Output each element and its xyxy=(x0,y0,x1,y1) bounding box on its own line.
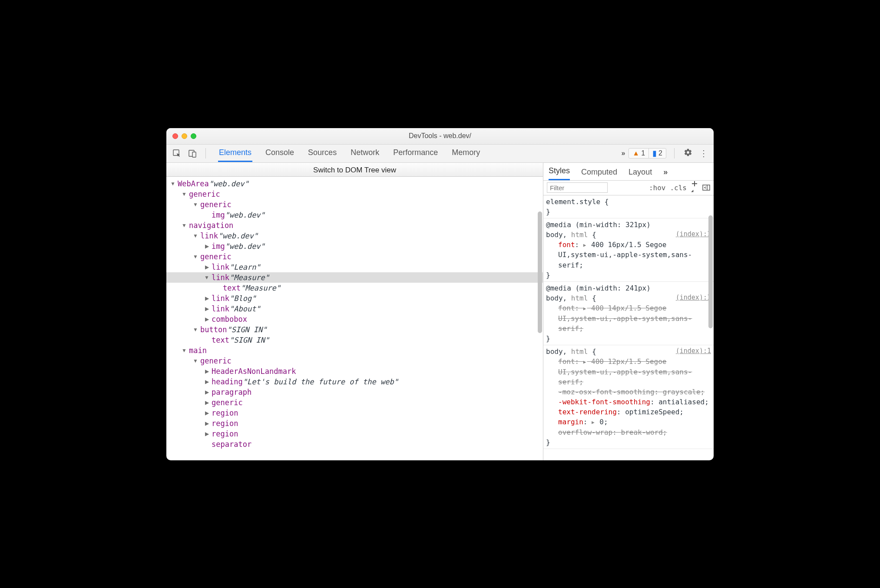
tree-row[interactable]: img "web.dev" xyxy=(166,210,543,220)
selector: (index):1body, html { xyxy=(546,347,711,357)
close-brace: } xyxy=(546,437,711,447)
tab-console[interactable]: Console xyxy=(265,145,295,162)
disclosure-arrow-icon[interactable] xyxy=(192,254,198,260)
disclosure-arrow-icon[interactable] xyxy=(170,181,176,187)
styles-filter-input[interactable] xyxy=(547,182,608,193)
tab-sources[interactable]: Sources xyxy=(307,145,337,162)
tree-row[interactable]: text "Measure" xyxy=(166,283,543,293)
disclosure-arrow-icon[interactable] xyxy=(204,368,210,374)
tree-row[interactable]: paragraph xyxy=(166,387,543,397)
settings-gear-icon[interactable] xyxy=(682,148,694,159)
disclosure-arrow-icon[interactable] xyxy=(181,347,187,353)
css-property[interactable]: font: ▶ 400 14px/1.5 Segoe UI,system-ui,… xyxy=(546,303,711,334)
disclosure-arrow-icon[interactable] xyxy=(204,264,210,270)
tree-row[interactable]: generic xyxy=(166,199,543,210)
tree-row[interactable]: navigation xyxy=(166,220,543,231)
css-property[interactable]: text-rendering: optimizeSpeed; xyxy=(546,407,711,417)
tree-role: navigation xyxy=(189,221,233,230)
tree-row[interactable]: region xyxy=(166,429,543,439)
css-property[interactable]: font: ▶ 400 12px/1.5 Segoe UI,system-ui,… xyxy=(546,357,711,387)
tree-row[interactable]: main xyxy=(166,345,543,356)
tree-row[interactable]: button "SIGN IN" xyxy=(166,324,543,335)
disclosure-arrow-icon[interactable] xyxy=(204,306,210,312)
hov-toggle[interactable]: :hov xyxy=(649,184,666,192)
style-rule[interactable]: element.style {} xyxy=(543,195,714,218)
disclosure-arrow-icon[interactable] xyxy=(204,389,210,395)
accessibility-tree[interactable]: WebArea "web.dev"genericgenericimg "web.… xyxy=(166,177,543,460)
more-tabs-button[interactable]: » xyxy=(621,149,625,157)
tab-memory[interactable]: Memory xyxy=(451,145,481,162)
tree-row[interactable]: separator xyxy=(166,439,543,449)
tree-row[interactable]: HeaderAsNonLandmark xyxy=(166,366,543,377)
tree-row[interactable]: link "Blog" xyxy=(166,293,543,304)
disclosure-arrow-icon[interactable] xyxy=(192,233,198,239)
disclosure-arrow-icon[interactable] xyxy=(204,379,210,385)
tree-row[interactable]: generic xyxy=(166,356,543,366)
toggle-computed-panel-icon[interactable] xyxy=(702,185,710,191)
tree-row[interactable]: link "About" xyxy=(166,304,543,314)
source-link[interactable]: (index):1 xyxy=(676,347,711,356)
disclosure-arrow-icon[interactable] xyxy=(192,327,198,333)
disclosure-arrow-icon[interactable] xyxy=(204,243,210,249)
tree-row[interactable]: link "Measure" xyxy=(166,272,543,283)
source-link[interactable]: (index):1 xyxy=(676,230,711,239)
new-style-rule-icon[interactable]: ◢ xyxy=(691,180,698,195)
tree-row[interactable]: region xyxy=(166,408,543,418)
tree-row[interactable]: heading "Let's build the future of the w… xyxy=(166,377,543,387)
tree-row[interactable]: link "Learn" xyxy=(166,262,543,272)
disclosure-arrow-icon[interactable] xyxy=(204,316,210,322)
source-link[interactable]: (index):1 xyxy=(676,293,711,303)
styles-list[interactable]: element.style {}@media (min-width: 321px… xyxy=(543,195,714,460)
scrollbar-thumb[interactable] xyxy=(538,211,542,333)
tree-row[interactable]: generic xyxy=(166,397,543,408)
tree-row[interactable]: combobox xyxy=(166,314,543,324)
tree-role: img xyxy=(212,211,225,219)
sidebar-tab-computed[interactable]: Computed xyxy=(581,168,617,180)
tab-network[interactable]: Network xyxy=(350,145,380,162)
issue-badges[interactable]: ▲ 1 ▮ 2 xyxy=(629,148,666,159)
css-property[interactable]: margin: ▶ 0; xyxy=(546,417,711,427)
tab-performance[interactable]: Performance xyxy=(392,145,439,162)
disclosure-arrow-icon[interactable] xyxy=(181,222,187,228)
disclosure-arrow-icon[interactable] xyxy=(204,400,210,406)
style-rule[interactable]: @media (min-width: 241px)(index):1body, … xyxy=(543,282,714,345)
tree-row[interactable]: img "web.dev" xyxy=(166,241,543,251)
disclosure-arrow-icon[interactable] xyxy=(204,420,210,426)
more-options-icon[interactable]: ⋮ xyxy=(698,148,709,159)
window-title: DevTools - web.dev/ xyxy=(166,132,714,140)
cls-toggle[interactable]: .cls xyxy=(670,184,687,192)
disclosure-arrow-icon[interactable] xyxy=(204,295,210,301)
issues-badge[interactable]: ▮ 2 xyxy=(648,148,666,159)
css-property[interactable]: overflow-wrap: break-word; xyxy=(546,427,711,437)
device-toolbar-icon[interactable] xyxy=(186,147,198,159)
disclosure-arrow-icon[interactable] xyxy=(204,274,210,281)
more-sidebar-tabs-button[interactable]: » xyxy=(663,168,668,180)
tree-role: region xyxy=(212,429,238,438)
css-property[interactable]: -webkit-font-smoothing: antialiased; xyxy=(546,397,711,407)
tree-row[interactable]: link "web.dev" xyxy=(166,231,543,241)
sidebar-tab-styles[interactable]: Styles xyxy=(549,166,570,180)
disclosure-arrow-icon[interactable] xyxy=(192,202,198,208)
tree-name: "SIGN IN" xyxy=(227,325,267,334)
tree-row[interactable]: text "SIGN IN" xyxy=(166,335,543,345)
css-property[interactable]: -moz-osx-font-smoothing: grayscale; xyxy=(546,387,711,397)
tree-row[interactable]: region xyxy=(166,418,543,429)
tree-row[interactable]: generic xyxy=(166,189,543,199)
style-rule[interactable]: (index):1body, html {font: ▶ 400 12px/1.… xyxy=(543,345,714,449)
tab-elements[interactable]: Elements xyxy=(218,145,252,162)
style-rule[interactable]: @media (min-width: 321px)(index):1body, … xyxy=(543,218,714,282)
disclosure-arrow-icon[interactable] xyxy=(204,431,210,437)
tree-role: generic xyxy=(189,190,220,198)
warnings-badge[interactable]: ▲ 1 xyxy=(629,148,649,159)
inspect-element-icon[interactable] xyxy=(171,147,183,159)
tree-row[interactable]: WebArea "web.dev" xyxy=(166,178,543,189)
tree-row[interactable]: generic xyxy=(166,251,543,262)
css-property[interactable]: font: ▶ 400 16px/1.5 Segoe UI,system-ui,… xyxy=(546,240,711,270)
switch-view-button[interactable]: Switch to DOM Tree view xyxy=(166,163,543,177)
disclosure-arrow-icon[interactable] xyxy=(181,191,187,197)
disclosure-arrow-icon[interactable] xyxy=(204,410,210,416)
disclosure-arrow-icon[interactable] xyxy=(192,358,198,364)
close-brace: } xyxy=(546,207,711,217)
sidebar-tab-layout[interactable]: Layout xyxy=(629,168,652,180)
scrollbar-thumb[interactable] xyxy=(708,215,713,328)
